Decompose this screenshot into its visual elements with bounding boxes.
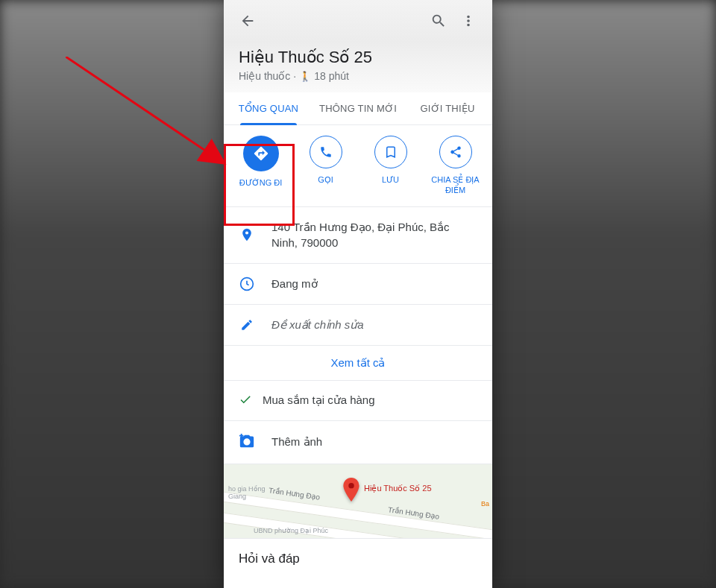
- map-thumbnail[interactable]: Trần Hưng Đạo Trần Hưng Đạo ho gia Hồng …: [224, 464, 492, 538]
- search-button[interactable]: [424, 6, 453, 36]
- place-sheet: Hiệu Thuốc Số 25 Hiệu thuốc · 🚶 18 phút …: [224, 0, 492, 588]
- directions-button[interactable]: ĐƯỜNG ĐI: [228, 136, 293, 196]
- location-icon: [239, 227, 255, 242]
- arrow-back-icon: [239, 13, 256, 29]
- call-label: GỌI: [318, 174, 333, 185]
- hours-row[interactable]: Đang mở: [224, 264, 492, 305]
- add-photo-text: Thêm ảnh: [271, 435, 322, 449]
- map-pin-label: Hiệu Thuốc Số 25: [364, 484, 432, 493]
- see-all-button[interactable]: Xem tất cả: [224, 346, 492, 381]
- map-poi: UBND phường Đại Phúc: [254, 527, 328, 534]
- address-row[interactable]: 140 Trần Hưng Đạo, Đại Phúc, Bắc Ninh, 7…: [224, 207, 492, 265]
- call-button[interactable]: GỌI: [293, 136, 358, 196]
- more-vert-icon: [460, 13, 477, 29]
- qa-section-title: Hỏi và đáp: [224, 538, 492, 581]
- svg-point-0: [348, 483, 354, 488]
- bookmark-icon: [384, 145, 398, 159]
- share-label: CHIA SẺ ĐỊA ĐIỂM: [426, 174, 486, 196]
- map-poi: ho gia Hồng Giang: [228, 485, 273, 500]
- suggest-edit-row[interactable]: Đề xuất chỉnh sửa: [224, 305, 492, 346]
- details-section: 140 Trần Hưng Đạo, Đại Phúc, Bắc Ninh, 7…: [224, 207, 492, 464]
- place-subtitle: Hiệu thuốc · 🚶 18 phút: [239, 70, 477, 82]
- phone-icon: [319, 145, 333, 159]
- search-icon: [430, 13, 447, 29]
- suggest-edit-text: Đề xuất chỉnh sửa: [271, 317, 364, 333]
- tab-bar: TỔNG QUAN THÔNG TIN MỚI GIỚI THIỆU: [224, 92, 492, 125]
- place-title: Hiệu Thuốc Số 25: [239, 48, 477, 67]
- save-label: LƯU: [382, 174, 399, 185]
- place-category: Hiệu thuốc: [239, 70, 290, 82]
- map-poi: Ba: [481, 500, 489, 508]
- directions-icon: [253, 145, 269, 162]
- map-pin-icon: [342, 478, 361, 497]
- address-text: 140 Trần Hưng Đạo, Đại Phúc, Bắc Ninh, 7…: [271, 219, 477, 252]
- in-store-text: Mua sắm tại cửa hàng: [263, 393, 375, 407]
- save-button[interactable]: LƯU: [358, 136, 423, 196]
- add-photo-icon: [239, 433, 255, 452]
- share-icon: [449, 145, 462, 159]
- share-button[interactable]: CHIA SẺ ĐỊA ĐIỂM: [423, 136, 488, 196]
- tab-about[interactable]: GIỚI THIỆU: [403, 92, 492, 124]
- check-icon: [239, 393, 252, 408]
- tab-overview[interactable]: TỔNG QUAN: [224, 92, 313, 124]
- clock-icon: [239, 276, 255, 291]
- place-header: Hiệu Thuốc Số 25 Hiệu thuốc · 🚶 18 phút: [224, 42, 492, 92]
- action-row: ĐƯỜNG ĐI GỌI LƯU CHIA SẺ ĐỊA ĐIỂM: [224, 125, 492, 207]
- in-store-row: Mua sắm tại cửa hàng: [224, 381, 492, 421]
- app-bar: [224, 0, 492, 42]
- back-button[interactable]: [233, 6, 263, 36]
- hours-text: Đang mở: [271, 276, 318, 292]
- tab-updates[interactable]: THÔNG TIN MỚI: [313, 92, 403, 124]
- overflow-button[interactable]: [453, 6, 483, 36]
- walk-icon: 🚶: [299, 71, 311, 82]
- directions-label: ĐƯỜNG ĐI: [239, 177, 283, 188]
- walk-time: 18 phút: [314, 70, 349, 82]
- pencil-icon: [239, 318, 255, 332]
- add-photo-row[interactable]: Thêm ảnh: [224, 421, 492, 464]
